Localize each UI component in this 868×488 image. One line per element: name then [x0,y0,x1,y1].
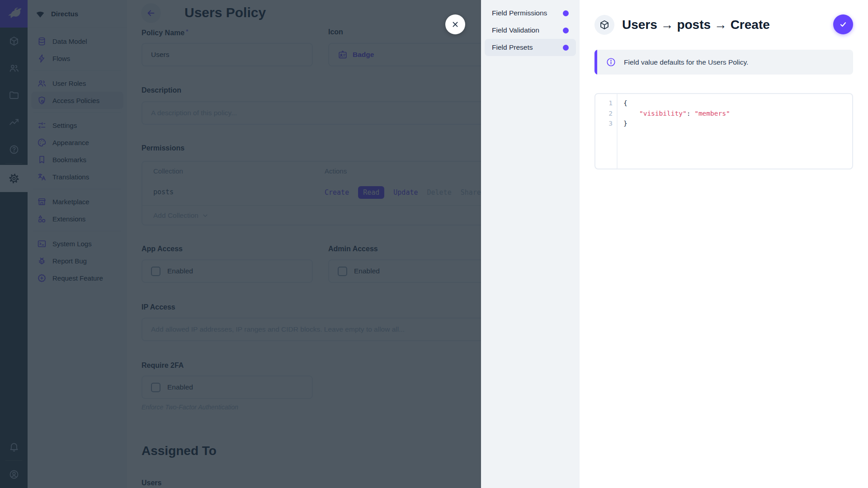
code-line: "visibility": "members" [623,108,730,119]
tab-label: Field Validation [492,26,539,34]
tab-field-presets[interactable]: Field Presets [485,39,576,56]
code-line: { [623,98,730,108]
tab-label: Field Presets [492,43,533,52]
tab-field-validation[interactable]: Field Validation [485,22,576,39]
line-number: 1 [595,98,617,108]
line-number: 2 [595,108,617,119]
app-window: Directus Data Model [0,0,868,488]
drawer-sidebar: Field Permissions Field Validation Field… [481,0,580,488]
line-number: 3 [595,118,617,129]
drawer-close-button[interactable] [445,14,465,34]
presets-code-editor[interactable]: 1 2 3 { "visibility": "members" } [594,93,853,169]
tab-field-permissions[interactable]: Field Permissions [485,5,576,22]
drawer-tabs: Field Permissions Field Validation Field… [481,0,580,56]
status-dot [563,45,569,51]
code-content: { "visibility": "members" } [618,94,730,169]
notice-text: Field value defaults for the Users Polic… [624,58,748,66]
close-icon [451,20,460,29]
tab-label: Field Permissions [492,9,547,17]
line-number-gutter: 1 2 3 [595,94,618,169]
save-button[interactable] [833,14,853,34]
info-notice: Field value defaults for the Users Polic… [594,50,853,75]
check-icon [838,19,848,29]
info-icon [594,57,616,67]
status-dot [563,10,569,16]
status-dot [563,28,569,33]
cube-icon [599,19,610,30]
notice-accent-bar [594,50,597,75]
drawer-header-icon-circle [594,15,614,35]
code-line: } [623,118,730,129]
drawer-main: Users → posts → Create Field value defau… [580,0,868,488]
drawer-title: Users → posts → Create [622,18,770,32]
